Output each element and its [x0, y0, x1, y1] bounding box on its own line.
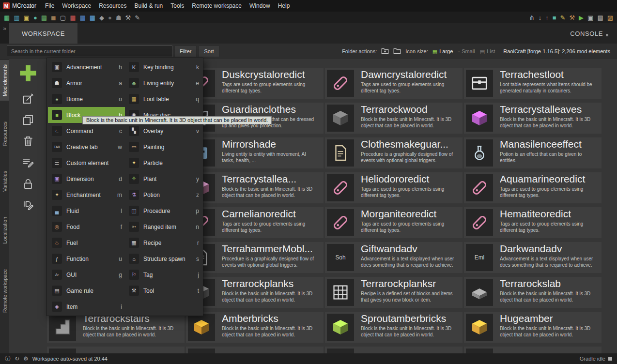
info-icon[interactable]: ⓘ: [5, 355, 11, 363]
tab-console[interactable]: CONSOLE: [570, 23, 617, 44]
create-texture-icon[interactable]: ▣: [24, 15, 30, 21]
edit-registry-names-button[interactable]: [22, 199, 34, 213]
sort-button[interactable]: Sort: [199, 46, 219, 57]
structures-icon[interactable]: ☗: [116, 15, 122, 21]
add-mod-element-button[interactable]: [18, 63, 38, 85]
mod-element-card[interactable]: [186, 347, 324, 353]
mod-element-card-heliodororedict[interactable]: HeliodororedictTags are used to group el…: [325, 172, 463, 203]
mod-element-card[interactable]: [325, 347, 463, 353]
mod-element-card-terrarockstairs[interactable]: TerrarockstairsBlock is the basic unit i…: [47, 312, 185, 343]
mod-element-card-terracrystalleaves[interactable]: TerracrystalleavesBlock is the basic uni…: [464, 103, 602, 134]
mod-element-card-aquamarineoredict[interactable]: AquamarineoredictTags are used to group …: [464, 172, 602, 203]
mod-element-card-terrahammermobl[interactable]: TerrahammerMobl...Procedure is a graphic…: [186, 242, 324, 273]
edit-element-list-button[interactable]: [22, 156, 34, 170]
menu-help[interactable]: Help: [274, 0, 294, 12]
mod-element-card-terrarockplanks[interactable]: TerrarockplanksBlock is the basic unit i…: [186, 277, 324, 308]
menu-item-procedure[interactable]: ◫Procedurep: [125, 203, 202, 219]
logs-icon[interactable]: ▤: [597, 15, 603, 21]
vcs-branch-icon[interactable]: ⋔: [529, 15, 535, 21]
screenshot-icon[interactable]: ▣: [587, 15, 593, 21]
mod-element-card-mirrorshade[interactable]: MirrorshadeLiving entity is entity with …: [186, 137, 324, 168]
menu-item-structure-spawn[interactable]: ⌂Structure spawns: [125, 251, 202, 267]
import-sound-icon[interactable]: ◼: [51, 15, 56, 21]
item-textures-icon[interactable]: ▦: [79, 15, 85, 21]
sync-icon[interactable]: ↻: [15, 355, 19, 362]
menu-item-tag[interactable]: ⚐Tagj: [125, 267, 202, 283]
open-folder-icon[interactable]: ▨: [607, 15, 613, 21]
mod-element-card[interactable]: [47, 347, 185, 353]
mod-element-card-hugeamber[interactable]: HugeamberBlock is the basic unit in Mine…: [464, 312, 602, 343]
manage-folders-button[interactable]: [393, 47, 401, 56]
menu-item-gui[interactable]: A▪GUIg: [48, 267, 125, 283]
menu-item-tool[interactable]: ⚒Toolt: [125, 283, 202, 299]
armor-textures-icon[interactable]: ◆: [99, 15, 104, 21]
mod-element-card-clothesmakeguar[interactable]: Clothesmakeguar...Procedure is a graphic…: [325, 137, 463, 168]
menu-item-custom-element[interactable]: ☰Custom element: [48, 155, 125, 171]
mod-element-card-carnelianoredict[interactable]: CarnelianoredictTags are used to group e…: [186, 207, 324, 238]
mod-element-card-darkwandadv[interactable]: EmlDarkwandadvAdvancement is a text disp…: [464, 242, 602, 273]
menu-item-creative-tab[interactable]: TABCreative tabw: [48, 139, 125, 155]
lock-element-button[interactable]: [22, 178, 34, 192]
workspace-settings-icon[interactable]: ▥: [14, 15, 19, 21]
mod-element-card-duskcrystaloredict[interactable]: DuskcrystaloredictTags are used to group…: [186, 68, 324, 99]
mod-element-card-terrachestloot[interactable]: TerrachestlootLoot table represents what…: [464, 68, 602, 99]
menu-item-fuel[interactable]: ♨Fuel: [48, 235, 125, 251]
mod-element-card-giftwandadv[interactable]: SohGiftwandadvAdvancement is a text disp…: [325, 242, 463, 273]
menu-item-ranged-item[interactable]: ➳Ranged itemn: [125, 219, 202, 235]
push-changes-icon[interactable]: ↑: [545, 15, 549, 21]
mod-element-card-sproutamberbricks[interactable]: SproutamberbricksBlock is the basic unit…: [325, 312, 463, 343]
open-workspace-icon[interactable]: ▦: [4, 15, 10, 21]
settings-gear-icon[interactable]: ⚙: [23, 355, 29, 362]
side-tab-resources[interactable]: Resources: [0, 117, 9, 150]
run-client-icon[interactable]: ▶: [579, 15, 584, 21]
mod-element-card-amberbricks[interactable]: AmberbricksBlock is the basic unit in Mi…: [186, 312, 324, 343]
menu-item-enchantment[interactable]: ✦Enchantmentm: [48, 187, 125, 203]
mod-element-card-hematiteoredict[interactable]: HematiteoredictTags are used to group el…: [464, 207, 602, 238]
menu-item-living-entity[interactable]: ☻Living entitye: [125, 75, 202, 91]
menu-remote-workspace[interactable]: Remote workspace: [188, 0, 246, 12]
delete-element-button[interactable]: [22, 135, 34, 149]
mod-element-card-terrarockplanksr[interactable]: TerrarockplanksrRecipe is a defined set …: [325, 277, 463, 308]
side-tab-mod-elements[interactable]: Mod elements: [0, 60, 9, 101]
import-texture-icon[interactable]: ▤: [41, 15, 47, 21]
menu-item-game-rule[interactable]: ▤Game rule: [48, 283, 125, 299]
filter-button[interactable]: Filter: [174, 46, 197, 57]
menu-item-fluid[interactable]: ▄Fluidl: [48, 203, 125, 219]
menu-item-function[interactable]: ƒFunctionu: [48, 251, 125, 267]
menu-item-key-binding[interactable]: KKey bindingk: [125, 59, 202, 75]
mod-element-card-dawncrystaloredict[interactable]: DawncrystaloredictTags are used to group…: [325, 68, 463, 99]
menu-window[interactable]: Window: [246, 0, 274, 12]
menu-item-plant[interactable]: ⚘Planty: [125, 171, 202, 187]
create-model-icon[interactable]: ●: [33, 15, 37, 21]
workspace-tools-icon[interactable]: ⚒: [569, 15, 575, 21]
side-tab-remote-workspace[interactable]: Remote workspace: [0, 265, 9, 317]
tab-workspace[interactable]: WORKSPACE: [9, 23, 77, 44]
menu-workspace[interactable]: Workspace: [58, 0, 95, 12]
build-workspace-icon[interactable]: ■: [553, 15, 556, 21]
pull-changes-icon[interactable]: ↓: [539, 15, 542, 21]
menu-tools[interactable]: Tools: [167, 0, 188, 12]
menu-item-advancement[interactable]: ▣Advancementh: [48, 59, 125, 75]
menu-item-food[interactable]: ◎Foodf: [48, 219, 125, 235]
search-input[interactable]: [7, 46, 172, 57]
icon-size-small[interactable]: ▫Small: [458, 48, 475, 55]
anvil-icon[interactable]: ⚒: [125, 15, 131, 21]
import-structure-icon[interactable]: ▢: [60, 15, 66, 21]
edit-element-button[interactable]: [22, 92, 34, 106]
menu-item-dimension[interactable]: ▣Dimensiond: [48, 171, 125, 187]
side-tab-localization[interactable]: Localization: [0, 212, 9, 248]
block-textures-icon[interactable]: ▦: [70, 15, 76, 21]
menu-file[interactable]: File: [41, 0, 58, 12]
menu-item-loot-table[interactable]: ▦Loot tableq: [125, 91, 202, 107]
icon-size-list[interactable]: ▤List: [480, 48, 495, 55]
menu-item-potion[interactable]: ⚗Potionz: [125, 187, 202, 203]
mod-element-card-terracrystallea[interactable]: Terracrystallea...Block is the basic uni…: [186, 172, 324, 203]
side-tab-variables[interactable]: Variables: [0, 167, 9, 196]
mod-element-card-terrarockwood[interactable]: TerrarockwoodBlock is the basic unit in …: [325, 103, 463, 134]
sounds-icon[interactable]: ●: [108, 15, 112, 21]
mod-element-card-terrarockslab[interactable]: TerrarockslabBlock is the basic unit in …: [464, 277, 602, 308]
menu-item-biome[interactable]: ♠Biomeo: [48, 91, 125, 107]
edit-texture-icon[interactable]: ✎: [560, 15, 566, 21]
duplicate-element-button[interactable]: [22, 114, 34, 128]
menu-item-overlay[interactable]: ▚Overlayv: [125, 123, 202, 139]
